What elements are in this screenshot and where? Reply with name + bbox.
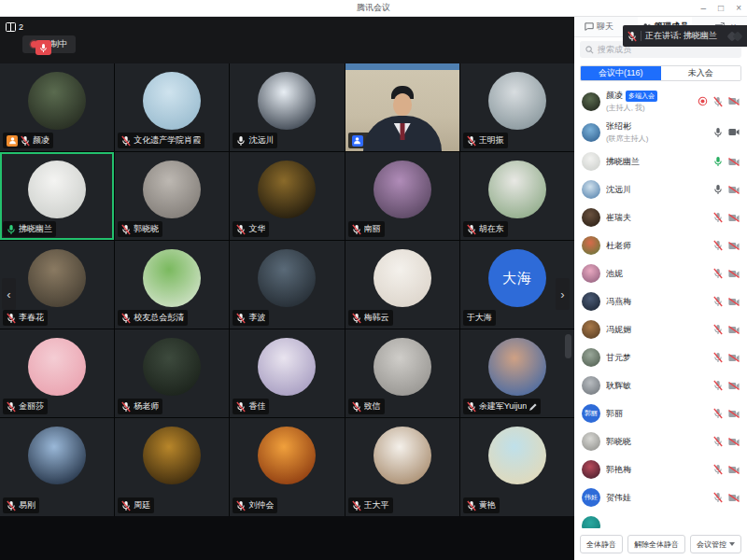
video-tile[interactable]: 王明振 — [460, 63, 574, 151]
chevron-down-icon — [729, 542, 735, 546]
member-row[interactable]: 冯妮媚 — [574, 315, 747, 343]
grid-scrollbar-thumb[interactable] — [565, 334, 571, 358]
member-row[interactable]: 杜老师 — [574, 231, 747, 259]
participant-name: 致信 — [364, 400, 381, 413]
member-filter-tabs: 会议中(116) 未入会 — [580, 65, 741, 81]
video-tile[interactable]: 胡在东 — [460, 152, 574, 240]
member-row[interactable]: 郭艳梅 — [574, 455, 747, 483]
meeting-window: 腾讯会议 – □ × 2 录制中 颜凌文化遗产学院肖霞沈远川张绍彬王明振拂晓幽兰… — [0, 0, 747, 560]
participant-name: 余建军Yuijun — [479, 400, 528, 413]
speaking-prefix: 正在讲话: — [645, 31, 682, 40]
member-row[interactable] — [574, 511, 747, 528]
close-button[interactable]: × — [736, 4, 741, 13]
video-tile[interactable]: 香佳 — [230, 329, 344, 417]
tab-chat[interactable]: 聊天 — [581, 17, 617, 36]
video-tile[interactable]: 杨老师 — [115, 329, 229, 417]
video-tile[interactable]: 黄艳 — [460, 418, 574, 516]
participant-avatar — [143, 338, 201, 396]
mute-all-button[interactable]: 全体静音 — [580, 535, 623, 553]
video-tile[interactable]: 梅韩云 — [345, 241, 459, 329]
member-row[interactable]: 拂晓幽兰 — [574, 147, 747, 175]
mic-status-icon — [467, 500, 476, 511]
video-tile[interactable]: 李波 — [230, 241, 344, 329]
member-mic-icon — [713, 296, 723, 307]
member-camera-icon — [728, 270, 740, 278]
member-row[interactable]: 崔瑞夫 — [574, 203, 747, 231]
member-row[interactable]: 郭晓晓 — [574, 427, 747, 455]
member-avatar — [582, 432, 600, 451]
mic-status-icon — [21, 135, 30, 147]
video-tile[interactable]: 张绍彬 — [345, 63, 459, 151]
member-row[interactable]: 甘元梦 — [574, 343, 747, 371]
member-avatar: 伟娃 — [582, 488, 600, 507]
member-row[interactable]: 耿辉敏 — [574, 371, 747, 399]
video-tile[interactable]: 致信 — [345, 329, 459, 417]
video-tile[interactable]: 校友总会彭清 — [115, 241, 229, 329]
mic-status-icon — [352, 500, 361, 511]
video-tile[interactable]: 沈远川 — [230, 63, 344, 151]
video-tile[interactable]: 拂晓幽兰 — [0, 152, 114, 240]
member-name: 池妮 — [606, 268, 623, 280]
video-tile[interactable]: 李春花 — [0, 241, 114, 329]
tile-name-label: 文化遗产学院肖霞 — [118, 133, 204, 148]
video-tile[interactable]: 金丽莎 — [0, 329, 114, 417]
member-name: 甘元梦 — [606, 352, 631, 364]
meeting-control-button[interactable]: 会议管控 — [690, 535, 741, 553]
video-tile[interactable]: 文华 — [230, 152, 344, 240]
divider — [641, 31, 641, 41]
mic-status-icon — [121, 224, 131, 235]
prev-page-button[interactable]: ‹ — [2, 278, 16, 310]
maximize-button[interactable]: □ — [718, 4, 724, 13]
participant-name: 文华 — [248, 223, 265, 235]
member-avatar — [582, 92, 600, 111]
member-name: 郭晓晓 — [606, 436, 631, 448]
participant-avatar — [28, 72, 86, 130]
participant-name: 郭晓晓 — [134, 223, 159, 235]
video-tile[interactable]: 易刚 — [0, 418, 114, 516]
member-mic-icon — [713, 184, 723, 195]
video-tile[interactable]: 周廷 — [115, 418, 229, 516]
member-camera-icon — [728, 214, 740, 222]
member-mic-icon — [713, 436, 723, 447]
tile-name-label: 周廷 — [118, 497, 154, 513]
minimize-button[interactable]: – — [701, 4, 707, 13]
title-bar: 腾讯会议 – □ × — [0, 0, 747, 17]
next-page-button[interactable]: › — [556, 278, 570, 310]
member-row[interactable]: 冯燕梅 — [574, 287, 747, 315]
tile-name-label: 杨老师 — [118, 399, 162, 414]
member-avatar — [582, 292, 600, 311]
member-row[interactable]: 伟娃贺伟娃 — [574, 483, 747, 511]
member-list: 颜凌多端入会(主持人, 我)张绍彬(联席主持人)拂晓幽兰沈远川崔瑞夫杜老师池妮冯… — [574, 86, 747, 528]
unmute-all-button[interactable]: 解除全体静音 — [627, 535, 685, 553]
member-role-subtitle: (联席主持人) — [606, 133, 708, 144]
participant-avatar — [143, 427, 201, 484]
member-mic-icon — [713, 156, 723, 167]
member-name: 贺伟娃 — [606, 492, 631, 504]
participant-avatar — [374, 249, 431, 307]
member-row[interactable]: 郭丽郭丽 — [574, 399, 747, 427]
video-tile[interactable]: 刘仲会 — [230, 418, 344, 516]
video-tile[interactable]: 余建军Yuijun — [460, 329, 574, 417]
video-tile[interactable]: 文化遗产学院肖霞 — [115, 63, 229, 151]
member-name: 拂晓幽兰 — [606, 156, 640, 168]
member-camera-icon — [728, 410, 740, 418]
video-tile[interactable]: 颜凌 — [0, 63, 114, 151]
participant-name: 沈远川 — [248, 134, 274, 147]
mic-status-icon — [467, 401, 476, 413]
tab-not-joined[interactable]: 未入会 — [661, 66, 741, 80]
participant-avatar — [28, 249, 86, 307]
member-row[interactable]: 张绍彬(联席主持人) — [574, 117, 747, 147]
member-row[interactable]: 池妮 — [574, 259, 747, 287]
member-mic-icon — [713, 380, 723, 391]
video-tile[interactable]: 南丽 — [345, 152, 459, 240]
video-tile[interactable]: 郭晓晓 — [115, 152, 229, 240]
mic-status-icon — [7, 401, 16, 413]
participant-avatar — [488, 338, 546, 396]
mic-status-icon — [352, 401, 361, 413]
member-name: 冯妮媚 — [606, 324, 631, 336]
tab-in-meeting[interactable]: 会议中(116) — [581, 66, 661, 80]
member-row[interactable]: 颜凌多端入会(主持人, 我) — [574, 86, 747, 117]
member-row[interactable]: 沈远川 — [574, 175, 747, 203]
video-tile[interactable]: 王大平 — [345, 418, 459, 516]
participant-name: 拂晓幽兰 — [19, 223, 52, 235]
